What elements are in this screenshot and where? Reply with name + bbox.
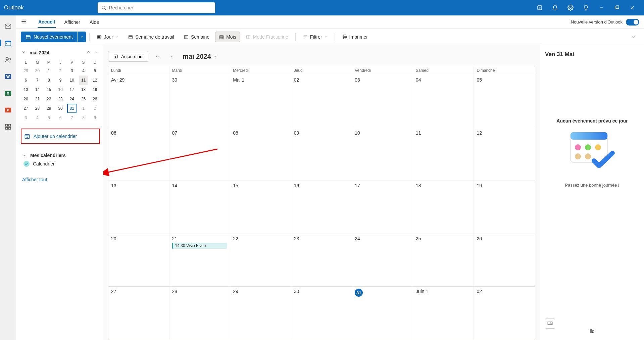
calendar-cell[interactable]: 02: [474, 287, 535, 340]
calendar-cell[interactable]: 16: [291, 181, 352, 234]
mini-day[interactable]: 8: [44, 76, 54, 85]
panel-expand-icon[interactable]: [545, 319, 555, 329]
mini-day[interactable]: 18: [79, 85, 88, 94]
mini-day[interactable]: 30: [33, 66, 42, 76]
mini-day[interactable]: 30: [56, 104, 65, 113]
bell-icon[interactable]: [547, 0, 563, 15]
rail-people-icon[interactable]: [3, 54, 13, 65]
view-workweek-button[interactable]: Semaine de travail: [124, 32, 178, 42]
mini-day[interactable]: 29: [21, 66, 31, 76]
mini-day[interactable]: 22: [44, 94, 54, 104]
calendar-cell[interactable]: 26: [474, 234, 535, 287]
mini-day[interactable]: 8: [79, 113, 88, 123]
mini-day[interactable]: 17: [67, 85, 77, 94]
calendar-cell[interactable]: 31: [352, 287, 413, 340]
mini-day[interactable]: 7: [33, 76, 42, 85]
rail-apps-icon[interactable]: [3, 122, 13, 132]
filter-button[interactable]: Filtrer: [299, 32, 331, 42]
calendar-cell[interactable]: 14: [169, 181, 231, 234]
mini-day[interactable]: 4: [33, 113, 42, 123]
mini-day[interactable]: 29: [44, 104, 54, 113]
calendar-cell[interactable]: 20: [108, 234, 169, 287]
rail-powerpoint-icon[interactable]: P: [3, 105, 13, 115]
calendar-cell[interactable]: 15: [230, 181, 291, 234]
mini-day[interactable]: 6: [56, 113, 65, 123]
minimize-icon[interactable]: [594, 0, 609, 15]
calendar-cell[interactable]: 05: [474, 75, 535, 128]
mini-day[interactable]: 9: [56, 76, 65, 85]
mini-day[interactable]: 1: [79, 104, 88, 113]
calendar-title[interactable]: mai 2024: [183, 53, 218, 60]
calendar-cell[interactable]: Mai 1: [230, 75, 291, 128]
mini-day[interactable]: 31: [67, 104, 77, 113]
cal-prev-icon[interactable]: [152, 51, 162, 61]
calendar-cell[interactable]: 09: [291, 128, 352, 181]
my-calendars-header[interactable]: Mes calendriers: [22, 153, 99, 158]
calendar-cell[interactable]: 08: [230, 128, 291, 181]
today-button[interactable]: Aujourd'hui: [108, 51, 148, 62]
tab-help[interactable]: Aide: [89, 17, 100, 28]
gear-icon[interactable]: [563, 0, 578, 15]
calendar-cell[interactable]: 28: [169, 287, 231, 340]
event-chip[interactable]: 14:30 Visio Fiverr: [172, 243, 228, 249]
mini-day[interactable]: 26: [90, 94, 100, 104]
mini-day[interactable]: 15: [44, 85, 54, 94]
calendar-cell[interactable]: 27: [108, 287, 169, 340]
tab-view[interactable]: Afficher: [64, 17, 81, 28]
mini-day[interactable]: 28: [33, 104, 42, 113]
print-button[interactable]: Imprimer: [338, 32, 371, 42]
mini-day[interactable]: 5: [44, 113, 54, 123]
show-all-link[interactable]: Afficher tout: [19, 172, 102, 187]
calendar-cell[interactable]: 03: [352, 75, 413, 128]
calendar-cell[interactable]: 22: [230, 234, 291, 287]
calendar-check-icon[interactable]: [23, 161, 30, 167]
rail-mail-icon[interactable]: [3, 21, 13, 32]
chevron-down-icon[interactable]: [21, 50, 26, 55]
calendar-cell[interactable]: 10: [352, 128, 413, 181]
mini-day[interactable]: 20: [21, 94, 31, 104]
new-outlook-toggle[interactable]: [626, 19, 639, 26]
calendar-cell[interactable]: 18: [413, 181, 474, 234]
calendar-cell[interactable]: 17: [352, 181, 413, 234]
mini-day[interactable]: 4: [79, 66, 88, 76]
view-day-button[interactable]: Jour: [93, 32, 122, 42]
calendar-cell[interactable]: 30: [291, 287, 352, 340]
rail-word-icon[interactable]: W: [3, 71, 13, 82]
calendar-cell[interactable]: 24: [352, 234, 413, 287]
new-event-button[interactable]: Nouvel événement: [21, 32, 78, 42]
calendar-cell[interactable]: 23: [291, 234, 352, 287]
mini-day[interactable]: 2: [90, 104, 100, 113]
search-input[interactable]: [109, 5, 212, 10]
mini-day[interactable]: 2: [56, 66, 65, 76]
calendar-cell[interactable]: 29: [230, 287, 291, 340]
calendar-cell[interactable]: 11: [413, 128, 474, 181]
mini-day[interactable]: 19: [90, 85, 100, 94]
add-calendar-button[interactable]: Ajouter un calendrier: [21, 129, 100, 144]
toolbar-overflow[interactable]: [628, 32, 639, 42]
note-icon[interactable]: [532, 0, 547, 15]
tab-home[interactable]: Accueil: [38, 16, 56, 28]
cal-next-icon[interactable]: [166, 51, 177, 61]
mini-day[interactable]: 25: [79, 94, 88, 104]
calendar-cell[interactable]: 2114:30 Visio Fiverr: [169, 234, 231, 287]
calendar-cell[interactable]: Juin 1: [413, 287, 474, 340]
hamburger-icon[interactable]: [21, 18, 27, 26]
calendar-cell[interactable]: Avr 29: [108, 75, 169, 128]
calendar-cell[interactable]: 04: [413, 75, 474, 128]
lightbulb-icon[interactable]: [578, 0, 594, 15]
mini-day[interactable]: 12: [90, 76, 100, 85]
calendar-cell[interactable]: 25: [413, 234, 474, 287]
mini-day[interactable]: 3: [21, 113, 31, 123]
mini-day[interactable]: 9: [90, 113, 100, 123]
mini-day[interactable]: 24: [67, 94, 77, 104]
mini-day[interactable]: 27: [21, 104, 31, 113]
calendar-cell[interactable]: 12: [474, 128, 535, 181]
calendar-cell[interactable]: 13: [108, 181, 169, 234]
mini-day[interactable]: 21: [33, 94, 42, 104]
mini-day[interactable]: 16: [56, 85, 65, 94]
view-week-button[interactable]: Semaine: [180, 32, 213, 42]
mini-day[interactable]: 3: [67, 66, 77, 76]
mini-day[interactable]: 5: [90, 66, 100, 76]
calendar-cell[interactable]: 19: [474, 181, 535, 234]
mini-day[interactable]: 6: [21, 76, 31, 85]
